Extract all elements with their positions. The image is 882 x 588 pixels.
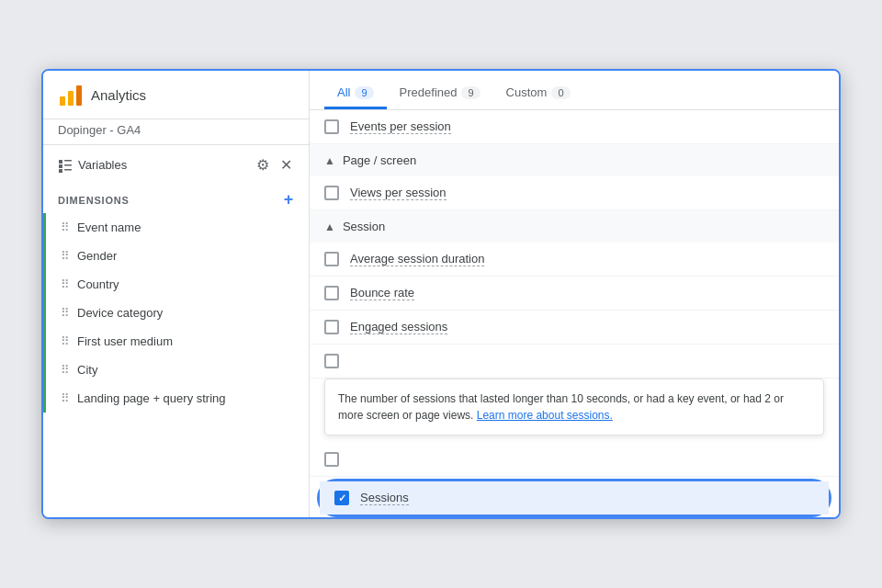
sessions-circle-outline: Sessions	[317, 479, 831, 517]
drag-handle-icon: ⠿	[61, 391, 70, 405]
metric-row-empty-1[interactable]	[310, 345, 839, 379]
dim-item-landing-page[interactable]: ⠿ Landing page + query string	[43, 384, 309, 413]
tab-custom-badge: 0	[551, 86, 570, 99]
dimension-label: Event name	[77, 220, 141, 234]
group-label-session: Session	[343, 220, 385, 233]
svg-rect-8	[64, 169, 72, 171]
sidebar-header: Analytics	[43, 71, 309, 119]
metric-row-engaged-sessions[interactable]: Engaged sessions	[310, 311, 839, 345]
metrics-list: Events per session ▲ Page / screen Views…	[310, 110, 839, 517]
checkbox-events-per-session[interactable]	[324, 119, 339, 134]
tab-predefined[interactable]: Predefined 9	[387, 78, 493, 109]
dimension-label: Landing page + query string	[77, 391, 226, 405]
variables-label: Variables	[78, 158, 127, 172]
svg-rect-3	[59, 160, 62, 164]
dimension-label: First user medium	[77, 334, 173, 348]
drag-handle-icon: ⠿	[61, 306, 70, 320]
drag-handle-icon: ⠿	[61, 334, 70, 348]
main-window: Analytics Dopinger - GA4 Variables ⚙ ✕	[41, 69, 841, 519]
svg-rect-1	[68, 91, 74, 106]
variables-icon	[58, 158, 73, 173]
dim-item-city[interactable]: ⠿ City	[43, 356, 309, 384]
checkbox-engaged-sessions[interactable]	[324, 320, 339, 334]
dimension-label: City	[77, 363, 97, 377]
tab-all-badge: 9	[355, 86, 373, 99]
svg-rect-5	[59, 164, 62, 168]
dimensions-label: DIMENSIONS	[58, 195, 130, 206]
metric-label: Views per session	[350, 186, 447, 200]
metric-label: Average session duration	[350, 252, 484, 266]
checkbox-empty-2[interactable]	[324, 452, 339, 467]
analytics-title: Analytics	[91, 87, 146, 103]
drag-handle-icon: ⠿	[61, 277, 70, 291]
drag-handle-icon: ⠿	[61, 249, 70, 263]
group-header-page-screen[interactable]: ▲ Page / screen	[310, 144, 839, 176]
checkbox-bounce-rate[interactable]	[324, 286, 339, 300]
chevron-up-icon: ▲	[324, 220, 335, 233]
checkbox-empty-1[interactable]	[324, 354, 339, 368]
sidebar: Analytics Dopinger - GA4 Variables ⚙ ✕	[43, 71, 310, 517]
svg-rect-2	[76, 85, 82, 106]
drag-handle-icon: ⠿	[61, 363, 70, 377]
tabs-row: All 9 Predefined 9 Custom 0	[310, 71, 839, 110]
tab-predefined-label: Predefined	[400, 85, 458, 99]
dim-item-event-name[interactable]: ⠿ Event name	[43, 213, 309, 242]
tab-predefined-badge: 9	[461, 86, 480, 99]
metric-row-sessions[interactable]: Sessions	[320, 481, 829, 514]
settings-icon[interactable]: ⚙	[254, 154, 271, 175]
variables-title: Variables	[58, 158, 127, 173]
svg-rect-0	[60, 96, 65, 106]
dim-item-device-category[interactable]: ⠿ Device category	[43, 299, 309, 327]
group-label-page-screen: Page / screen	[343, 153, 416, 167]
metric-label: Engaged sessions	[350, 320, 447, 334]
metric-row-avg-session-duration[interactable]: Average session duration	[310, 243, 839, 277]
analytics-logo-icon	[58, 82, 84, 107]
svg-rect-7	[59, 169, 62, 173]
dimensions-list: ⠿ Event name ⠿ Gender ⠿ Country ⠿ Device…	[43, 213, 309, 517]
metric-label-sessions: Sessions	[360, 491, 409, 505]
metric-row-events-per-session[interactable]: Events per session	[310, 110, 839, 144]
drag-handle-icon: ⠿	[61, 220, 70, 234]
chevron-up-icon: ▲	[324, 154, 335, 167]
ga4-subtitle: Dopinger - GA4	[43, 119, 309, 145]
tab-custom-label: Custom	[506, 85, 548, 99]
close-icon[interactable]: ✕	[278, 154, 294, 175]
dimension-label: Device category	[77, 306, 163, 320]
metric-row-views-per-session[interactable]: Views per session	[310, 176, 839, 210]
tab-custom[interactable]: Custom 0	[493, 78, 583, 109]
dim-item-country[interactable]: ⠿ Country	[43, 270, 309, 299]
header-icons: ⚙ ✕	[254, 154, 294, 175]
checkbox-sessions[interactable]	[334, 491, 349, 505]
add-dimension-button[interactable]: +	[284, 190, 294, 209]
right-panel: All 9 Predefined 9 Custom 0 Events per s…	[310, 71, 839, 517]
tab-all[interactable]: All 9	[324, 78, 387, 109]
dim-item-gender[interactable]: ⠿ Gender	[43, 242, 309, 270]
svg-rect-4	[64, 160, 72, 162]
metric-label: Events per session	[350, 119, 451, 134]
checkbox-views-per-session[interactable]	[324, 186, 339, 200]
metric-row-bounce-rate[interactable]: Bounce rate	[310, 277, 839, 311]
variables-header: Variables ⚙ ✕	[43, 145, 309, 185]
svg-rect-6	[64, 164, 72, 166]
tooltip-link[interactable]: Learn more about sessions.	[477, 409, 613, 422]
group-header-session[interactable]: ▲ Session	[310, 210, 839, 243]
tooltip-box: The number of sessions that lasted longe…	[324, 379, 824, 435]
checkbox-avg-session-duration[interactable]	[324, 252, 339, 266]
dimension-label: Gender	[77, 249, 117, 263]
dimensions-section-label: DIMENSIONS +	[43, 185, 309, 213]
dimension-label: Country	[77, 277, 119, 291]
dim-item-first-user-medium[interactable]: ⠿ First user medium	[43, 327, 309, 356]
tab-all-label: All	[337, 85, 350, 99]
metric-label: Bounce rate	[350, 286, 414, 300]
metric-row-empty-2[interactable]	[310, 443, 839, 477]
